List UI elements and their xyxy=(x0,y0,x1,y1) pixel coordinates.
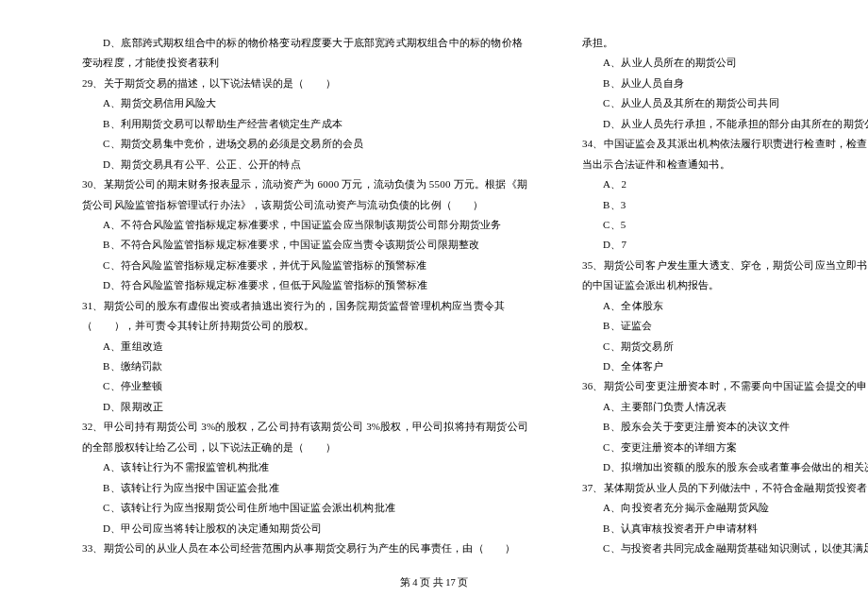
text-line: C、符合风险监管指标规定标准要求，并优于风险监管指标的预警标准 xyxy=(61,256,528,275)
text-line: C、5 xyxy=(561,215,868,235)
text-line: C、该转让行为应当报期货公司住所地中国证监会派出机构批准 xyxy=(61,498,528,518)
text-line: B、3 xyxy=(561,195,868,215)
text-line: 的全部股权转让给乙公司，以下说法正确的是（ ） xyxy=(61,438,528,457)
text-line: A、该转让行为不需报监管机构批准 xyxy=(61,457,528,477)
text-line: B、股东会关于变更注册资本的决议文件 xyxy=(561,417,868,437)
text-line: A、2 xyxy=(561,174,868,194)
text-line: 37、某体期货从业人员的下列做法中，不符合金融期货投资者适当性制度要求的是（ ） xyxy=(561,478,868,498)
text-line: C、与投资者共同完成金融期货基础知识测试，以使其满足适当性标准要求 xyxy=(561,538,868,558)
text-line: 33、期货公司的从业人员在本公司经营范围内从事期货交易行为产生的民事责任，由（ … xyxy=(61,538,528,558)
text-line: C、从业人员及其所在的期货公司共同 xyxy=(561,93,868,113)
text-line: D、底部跨式期权组合中的标的物价格变动程度要大于底部宽跨式期权组合中的标的物价格 xyxy=(61,33,528,53)
text-line: B、该转让行为应当报中国证监会批准 xyxy=(61,478,528,498)
text-line: A、期货交易信用风险大 xyxy=(61,93,528,113)
text-line: （ ），并可责令其转让所持期货公司的股权。 xyxy=(61,316,528,336)
text-line: A、全体股东 xyxy=(561,296,868,316)
text-line: C、停业整顿 xyxy=(61,376,528,396)
text-line: A、不符合风险监管指标规定标准要求，中国证监会应当限制该期货公司部分期货业务 xyxy=(61,215,528,235)
text-line: A、重组改造 xyxy=(61,337,528,356)
text-line: C、期货交易所 xyxy=(561,337,868,356)
left-column: D、底部跨式期权组合中的标的物价格变动程度要大于底部宽跨式期权组合中的标的物价格… xyxy=(61,33,528,569)
text-line: C、期货交易集中竞价，进场交易的必须是交易所的会员 xyxy=(61,134,528,154)
text-line: D、符合风险监管指标规定标准要求，但低于风险监管指标的预警标准 xyxy=(61,275,528,295)
text-line: D、限期改正 xyxy=(61,397,528,417)
text-line: 货公司风险监管指标管理试行办法》，该期货公司流动资产与流动负债的比例（ ） xyxy=(61,195,528,215)
text-line: 30、某期货公司的期末财务报表显示，流动资产为 6000 万元，流动负债为 55… xyxy=(61,174,528,194)
text-line: B、从业人员自身 xyxy=(561,74,868,93)
text-line: 35、期货公司客户发生重大透支、穿仓，期货公司应当立即书面通知（ ），并向其住所… xyxy=(561,256,868,275)
text-line: D、甲公司应当将转让股权的决定通知期货公司 xyxy=(61,519,528,538)
text-line: 29、关于期货交易的描述，以下说法错误的是（ ） xyxy=(61,74,528,93)
text-line: A、从业人员所在的期货公司 xyxy=(561,53,868,73)
text-line: B、认真审核投资者开户申请材料 xyxy=(561,519,868,538)
text-line: 36、期货公司变更注册资本时，不需要向中国证监会提交的申请材料是（ ） xyxy=(561,376,868,396)
two-column-layout: D、底部跨式期权组合中的标的物价格变动程度要大于底部宽跨式期权组合中的标的物价格… xyxy=(61,33,807,569)
text-line: 31、期货公司的股东有虚假出资或者抽逃出资行为的，国务院期货监督管理机构应当责令… xyxy=(61,296,528,316)
text-line: 承担。 xyxy=(561,33,868,53)
text-line: D、从业人员先行承担，不能承担的部分由其所在的期货公司 xyxy=(561,114,868,134)
text-line: D、拟增加出资额的股东的股东会或者董事会做出的相关决议 xyxy=(561,457,868,477)
text-line: B、证监会 xyxy=(561,316,868,336)
text-line: B、利用期货交易可以帮助生产经营者锁定生产成本 xyxy=(61,114,528,134)
text-line: A、主要部门负责人情况表 xyxy=(561,397,868,417)
text-line: A、向投资者充分揭示金融期货风险 xyxy=(561,498,868,518)
right-column: 承担。A、从业人员所在的期货公司B、从业人员自身C、从业人员及其所在的期货公司共… xyxy=(561,33,868,569)
text-line: D、7 xyxy=(561,235,868,255)
text-line: 32、甲公司持有期货公司 3%的股权，乙公司持有该期货公司 3%股权，甲公司拟将… xyxy=(61,417,528,437)
text-line: D、全体客户 xyxy=(561,356,868,376)
text-line: C、变更注册资本的详细方案 xyxy=(561,438,868,457)
text-line: D、期货交易具有公平、公正、公开的特点 xyxy=(61,155,528,174)
text-line: B、缴纳罚款 xyxy=(61,356,528,376)
text-line: 34、中国证监会及其派出机构依法履行职责进行检查时，检查人员不得少于（ ）人，并… xyxy=(561,134,868,154)
text-line: 的中国证监会派出机构报告。 xyxy=(561,275,868,295)
text-line: B、不符合风险监管指标规定标准要求，中国证监会应当责令该期货公司限期整改 xyxy=(61,235,528,255)
text-line: 当出示合法证件和检查通知书。 xyxy=(561,155,868,174)
page-footer: 第 4 页 共 17 页 xyxy=(61,569,807,589)
text-line: 变动程度，才能使投资者获利 xyxy=(61,53,528,73)
